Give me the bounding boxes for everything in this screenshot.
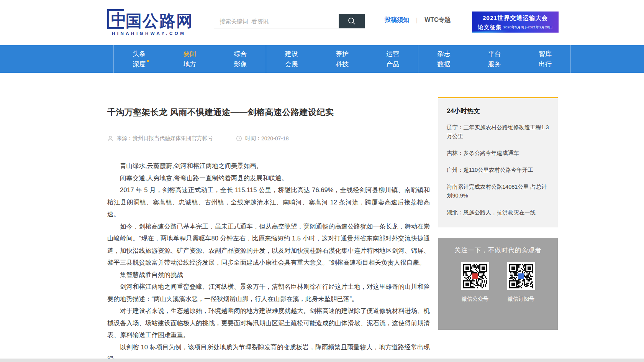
link-submission-notice[interactable]: 投稿须知	[385, 16, 409, 24]
qr-code-icon[interactable]	[507, 262, 535, 290]
qr-item: 微信公众号	[461, 262, 489, 303]
banner-line1: 2021世界交通运输大会	[472, 14, 559, 22]
nav-link[interactable]: 服务	[488, 61, 501, 67]
qr-label: 微信公众号	[462, 296, 488, 303]
nav-column: 要闻地方	[164, 45, 215, 73]
article-meta: 来源： 贵州日报当代融媒体集团官方帐号 时间： 2020-07-18	[107, 135, 430, 142]
nav-column: 头条深度	[114, 45, 164, 73]
qr-item: 微信订阅号	[507, 262, 535, 303]
nav-group: 建设会展养护科技运营产品	[266, 45, 418, 73]
new-dot-icon	[147, 60, 149, 62]
article-body: 青山绿水,云蒸霞蔚,剑河和榕江两地之间美景如画。闭塞交通,人穷地贫,弯弯山路一直…	[107, 160, 430, 362]
nav-column: 智库出行	[520, 45, 570, 73]
hot-article-item[interactable]: 辽宁：三年实施农村公路维修改造工程1.3万公里	[447, 123, 549, 141]
nav-link[interactable]: 运营	[386, 51, 399, 57]
wechat-follow-panel: 关注一下，不做时代的旁观者 微信公众号微信订阅号	[438, 238, 558, 330]
meta-divider	[107, 152, 430, 152]
nav-link[interactable]: 平台	[488, 51, 501, 57]
search-icon	[347, 17, 356, 25]
nav-link[interactable]: 地方	[183, 61, 196, 67]
nav-link[interactable]: 产品	[386, 61, 399, 67]
hot-article-item[interactable]: 海南累计完成农村公路14081公里 占总计划90.9%	[447, 183, 549, 200]
nav-link[interactable]: 出行	[539, 61, 552, 67]
nav-column: 运营产品	[367, 45, 418, 73]
article-title: 千沟万壑架长龙 风雨不惧建通途——剑榕高速公路建设纪实	[107, 107, 430, 118]
nav-link[interactable]: 深度	[133, 61, 146, 67]
nav-column: 养护科技	[317, 45, 367, 73]
nav-group: 杂志数据平台服务智库出行	[418, 45, 571, 73]
qr-pattern	[509, 264, 533, 288]
hot-articles-panel: 24小时热文 辽宁：三年实施农村公路维修改造工程1.3万公里吉林：多条公路今年建…	[438, 97, 558, 227]
nav-link[interactable]: 要闻	[183, 51, 196, 57]
hot-articles-list: 辽宁：三年实施农村公路维修改造工程1.3万公里吉林：多条公路今年建成通车广州：超…	[447, 123, 549, 217]
qr-pattern	[463, 264, 487, 288]
article-paragraph: 如今，剑榕高速公路已基本完工，虽未正式通车，但从高空眺望，宽阔通畅的高速公路犹如…	[107, 220, 430, 269]
link-separator: |	[416, 17, 418, 24]
article-source: 来源： 贵州日报当代融媒体集团官方帐号	[107, 135, 213, 142]
source-label: 来源：	[116, 135, 133, 142]
nav-link[interactable]: 智库	[539, 51, 552, 57]
logo-wordmark: 中 国公路网	[107, 9, 193, 29]
source-value: 贵州日报当代融媒体集团官方帐号	[133, 135, 213, 142]
nav-link[interactable]: 养护	[336, 51, 349, 57]
search-input[interactable]	[214, 14, 339, 28]
article-paragraph: 剑河和榕江两地之间重峦叠嶂、江河纵横、景象万千，清朝名臣林则徐在行经这片土地，对…	[107, 281, 430, 305]
clock-icon	[236, 135, 242, 142]
nav-column: 综合影像	[215, 45, 265, 73]
nav-link[interactable]: 科技	[336, 61, 349, 67]
search-bar	[214, 14, 365, 28]
article-paragraph: 青山绿水,云蒸霞蔚,剑河和榕江两地之间美景如画。	[107, 160, 430, 172]
article: 千沟万壑架长龙 风雨不惧建通途——剑榕高速公路建设纪实 来源： 贵州日报当代融媒…	[107, 73, 430, 362]
nav-column: 平台服务	[469, 45, 520, 73]
logo-bracket-mark: 中	[107, 9, 124, 29]
nav-group: 头条深度要闻地方综合影像	[113, 45, 266, 73]
nav-link[interactable]: 杂志	[437, 51, 450, 57]
nav-column: 杂志数据	[418, 45, 469, 73]
article-time: 时间： 2020-07-18	[236, 135, 289, 142]
nav-link[interactable]: 建设	[285, 51, 298, 57]
qr-code-icon[interactable]	[461, 262, 489, 290]
hot-articles-title: 24小时热文	[447, 107, 549, 115]
article-paragraph: 对于建设者来说，生态越原始，环境越幽闭的地方建设难度就越大。剑榕高速的建设除了便…	[107, 305, 430, 341]
wechat-follow-title: 关注一下，不做时代的旁观者	[438, 246, 558, 255]
site-header: 中 国公路网 HINAHIGHWAY.COM 投稿须知 | WTC专题 2021…	[0, 0, 644, 45]
article-paragraph: 2017 年 5 月，剑榕高速正式动工，全长 115.115 公里，桥隧比高达 …	[107, 184, 430, 220]
qr-codes: 微信公众号微信订阅号	[438, 262, 558, 303]
header-links: 投稿须知 | WTC专题	[385, 16, 451, 24]
logo-subtext: HINAHIGHWAY.COM	[107, 31, 193, 36]
person-icon	[107, 135, 113, 142]
banner-line2: 论文征集 2020年5月8日-2021年2月28日	[472, 24, 559, 31]
nav-link[interactable]: 头条	[133, 51, 146, 57]
sidebar: 24小时热文 辽宁：三年实施农村公路维修改造工程1.3万公里吉林：多条公路今年建…	[438, 97, 558, 330]
article-paragraph: 集智慧战胜自然的挑战	[107, 269, 430, 281]
article-paragraph: 闭塞交通,人穷地贫,弯弯山路一直制约着两县的发展和联通。	[107, 172, 430, 184]
site-logo[interactable]: 中 国公路网 HINAHIGHWAY.COM	[107, 9, 193, 36]
nav-link[interactable]: 综合	[234, 51, 247, 57]
hot-article-item[interactable]: 湖北：恩施公路人，抗洪救灾在一线	[447, 208, 549, 217]
logo-text: 国公路网	[126, 13, 193, 29]
nav-link[interactable]: 会展	[285, 61, 298, 67]
qr-label: 微信订阅号	[508, 296, 534, 303]
link-wtc-special[interactable]: WTC专题	[424, 16, 451, 24]
footer-strip	[0, 359, 644, 362]
time-value: 2020-07-18	[261, 135, 289, 142]
nav-link[interactable]: 数据	[437, 61, 450, 67]
hot-article-item[interactable]: 吉林：多条公路今年建成通车	[447, 149, 549, 158]
nav-column: 建设会展	[266, 45, 317, 73]
nav-items: 头条深度要闻地方综合影像建设会展养护科技运营产品杂志数据平台服务智库出行	[113, 45, 571, 73]
hot-article-item[interactable]: 广州：超110公里农村公路今年开工	[447, 166, 549, 174]
banner-ad[interactable]: 2021世界交通运输大会 论文征集 2020年5月8日-2021年2月28日	[472, 12, 559, 33]
main-nav: 头条深度要闻地方综合影像建设会展养护科技运营产品杂志数据平台服务智库出行	[0, 45, 644, 73]
nav-link[interactable]: 影像	[234, 61, 247, 67]
time-label: 时间：	[245, 135, 261, 142]
search-button[interactable]	[339, 14, 365, 28]
